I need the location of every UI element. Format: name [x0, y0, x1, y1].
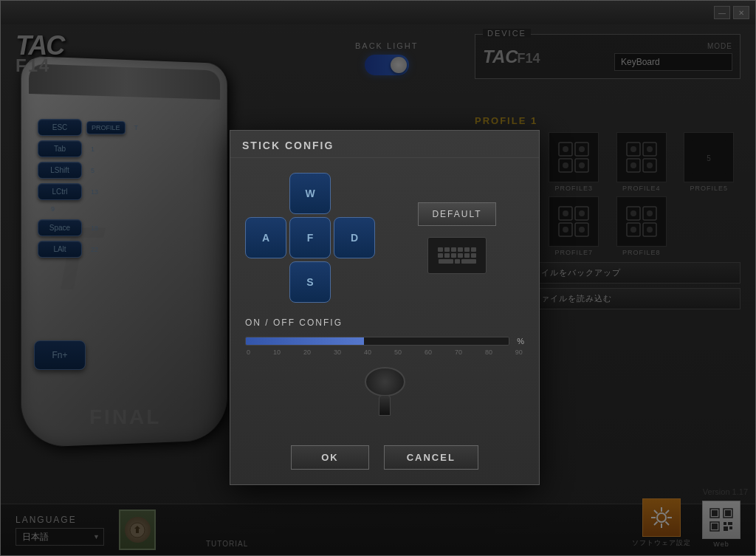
progress-row: %: [245, 337, 524, 346]
progress-bar[interactable]: [245, 337, 509, 346]
label-60: 60: [425, 349, 432, 356]
progress-fill: [246, 337, 364, 345]
keyboard-icon-area: [427, 237, 487, 274]
w-key[interactable]: W: [289, 173, 331, 214]
main-window: — ✕ TAC F14 T ESC PROFILE T Tab 1 LShift…: [0, 0, 756, 556]
label-10: 10: [273, 349, 281, 356]
wasd-empty-2: [334, 173, 375, 214]
wasd-empty-4: [334, 261, 375, 303]
label-20: 20: [303, 349, 311, 356]
label-30: 30: [334, 349, 341, 356]
wasd-grid: W A F D S: [245, 173, 375, 303]
stick-config-modal: STICK CONFIG W A F D: [230, 130, 540, 485]
label-40: 40: [364, 349, 371, 356]
modal-footer: OK CANCEL: [230, 438, 539, 484]
progress-percent: %: [517, 337, 524, 346]
default-button[interactable]: DEFAULT: [418, 202, 495, 226]
wasd-empty-3: [245, 261, 286, 303]
s-key[interactable]: S: [289, 261, 331, 303]
cancel-button[interactable]: CANCEL: [384, 445, 478, 470]
progress-labels: 0 10 20 30 40 50 60 70 80 90: [245, 349, 524, 356]
label-50: 50: [394, 349, 402, 356]
onoff-section: ON / OFF CONFIG % 0 10 20 30 40 50: [245, 318, 524, 356]
label-70: 70: [455, 349, 462, 356]
joystick-area: [245, 367, 524, 416]
label-80: 80: [485, 349, 492, 356]
label-90: 90: [515, 349, 523, 356]
modal-body: W A F D S DEFAULT: [230, 158, 539, 438]
a-key[interactable]: A: [245, 217, 286, 258]
label-0: 0: [247, 349, 250, 356]
wasd-empty-1: [245, 173, 286, 214]
onoff-title: ON / OFF CONFIG: [245, 318, 524, 328]
stick-config-area: W A F D S DEFAULT: [245, 173, 524, 303]
joystick: [365, 367, 405, 416]
modal-overlay: STICK CONFIG W A F D: [1, 1, 755, 555]
modal-title: STICK CONFIG: [242, 140, 527, 151]
ok-button[interactable]: OK: [291, 445, 369, 470]
d-key[interactable]: D: [334, 217, 375, 258]
f-key[interactable]: F: [289, 217, 331, 258]
modal-header: STICK CONFIG: [230, 131, 539, 158]
